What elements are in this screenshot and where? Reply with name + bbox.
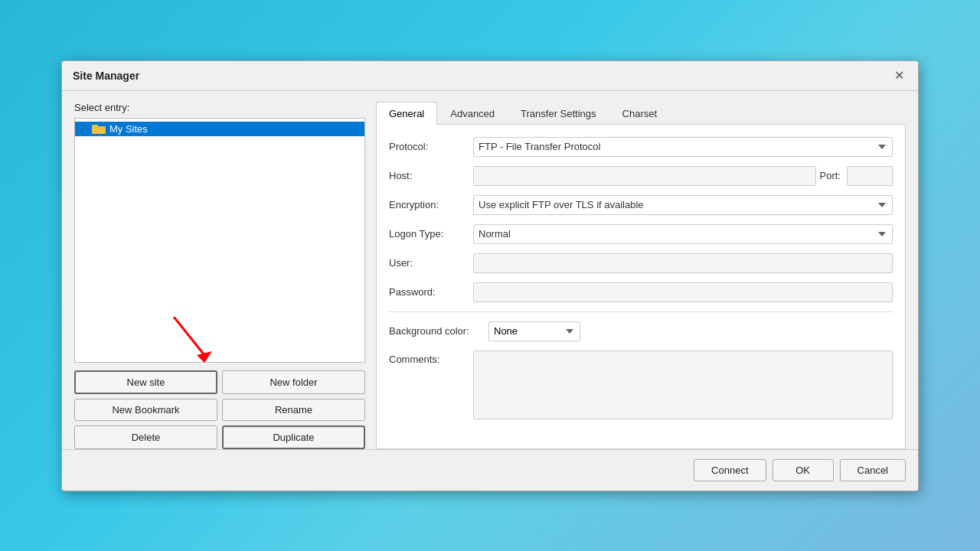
tab-transfer-settings[interactable]: Transfer Settings (508, 102, 609, 125)
tab-general[interactable]: General (376, 102, 437, 125)
tabs: General Advanced Transfer Settings Chars… (376, 102, 906, 125)
comments-textarea[interactable] (473, 350, 893, 419)
tree-item-my-sites[interactable]: – My Sites (75, 122, 364, 136)
dialog-body: Select entry: – My Sites (62, 91, 918, 449)
tree-item-label: My Sites (109, 123, 148, 135)
encryption-row: Encryption: Use explicit FTP over TLS if… (389, 195, 893, 215)
titlebar: Site Manager ✕ (62, 61, 918, 91)
comments-row: Comments: (389, 350, 893, 419)
port-input[interactable] (847, 166, 893, 186)
protocol-row: Protocol: FTP - File Transfer Protocol (389, 137, 893, 157)
right-panel: General Advanced Transfer Settings Chars… (376, 102, 906, 449)
background-color-select[interactable]: None (488, 321, 580, 341)
host-input[interactable] (473, 166, 816, 186)
logon-type-row: Logon Type: Normal (389, 224, 893, 244)
rename-button[interactable]: Rename (222, 399, 365, 421)
password-label: Password: (389, 286, 473, 298)
close-button[interactable]: ✕ (890, 67, 907, 84)
user-input[interactable] (473, 253, 893, 273)
logon-type-label: Logon Type: (389, 228, 473, 240)
delete-button[interactable]: Delete (74, 425, 217, 449)
site-manager-dialog: Site Manager ✕ Select entry: – My Sites (61, 60, 919, 491)
background-color-label: Background color: (389, 325, 488, 337)
encryption-label: Encryption: (389, 199, 473, 210)
encryption-select[interactable]: Use explicit FTP over TLS if available (473, 195, 893, 215)
logon-type-select[interactable]: Normal (473, 224, 893, 244)
new-bookmark-button[interactable]: New Bookmark (74, 399, 217, 421)
tree-expand-icon: – (80, 125, 90, 133)
protocol-select[interactable]: FTP - File Transfer Protocol (473, 137, 893, 157)
comments-label: Comments: (389, 350, 473, 365)
select-entry-label: Select entry: (74, 102, 365, 113)
cancel-button[interactable]: Cancel (840, 459, 906, 481)
background-color-row: Background color: None (389, 321, 893, 341)
svg-rect-1 (92, 125, 98, 127)
password-input[interactable] (473, 282, 893, 302)
tab-advanced[interactable]: Advanced (437, 102, 508, 125)
protocol-label: Protocol: (389, 141, 473, 152)
tree-container[interactable]: – My Sites (74, 118, 365, 363)
dialog-title: Site Manager (73, 70, 139, 82)
tab-content-general: Protocol: FTP - File Transfer Protocol H… (376, 125, 906, 449)
ok-button[interactable]: OK (773, 459, 834, 481)
user-row: User: (389, 253, 893, 273)
connect-button[interactable]: Connect (694, 459, 766, 481)
svg-rect-0 (92, 126, 106, 134)
tab-charset[interactable]: Charset (609, 102, 671, 125)
dialog-footer: Connect OK Cancel (62, 449, 918, 491)
duplicate-button[interactable]: Duplicate (222, 425, 365, 449)
new-site-button[interactable]: New site (74, 370, 217, 394)
folder-icon (92, 123, 106, 134)
port-label: Port: (816, 170, 847, 181)
left-panel: Select entry: – My Sites (74, 102, 365, 449)
host-port-row: Host: Port: (389, 166, 893, 186)
host-label: Host: (389, 170, 473, 181)
new-folder-button[interactable]: New folder (222, 370, 365, 394)
left-bottom-section: New site New folder New Bookmark Rename … (74, 363, 365, 449)
divider (389, 311, 893, 312)
user-label: User: (389, 257, 473, 269)
button-grid: New site New folder New Bookmark Rename … (74, 370, 365, 449)
password-row: Password: (389, 282, 893, 302)
